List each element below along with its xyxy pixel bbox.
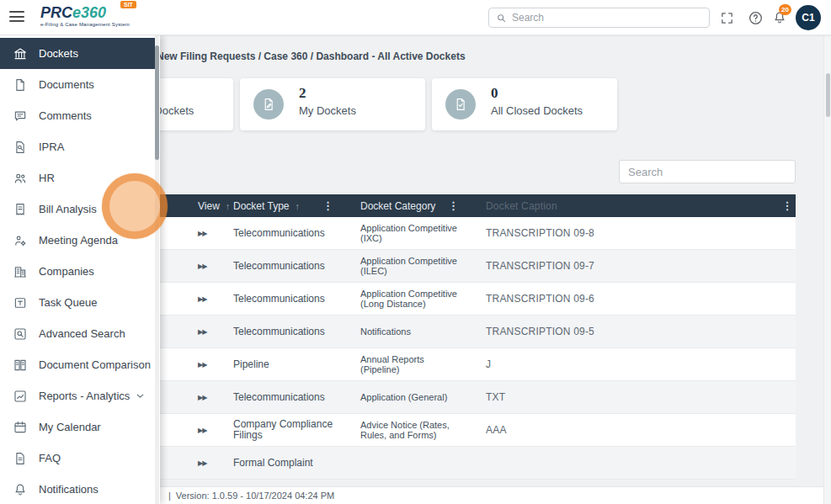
cell-docket-category: Application Competitive (IXC) (360, 223, 486, 244)
header-type-label: Docket Type (233, 200, 289, 212)
card-value: 2 (299, 85, 306, 102)
table-row[interactable]: ▶▶ Company Compliance Filings Advice Not… (48, 414, 796, 447)
card-all-closed-dockets[interactable]: 0 All Closed Dockets (432, 78, 617, 130)
sidebar-item-label: Task Queue (39, 296, 97, 309)
topbar: PRCe360 e-Filing & Case Management Syste… (0, 0, 831, 35)
table-menu-icon[interactable]: ⋮ (782, 199, 793, 212)
card-value: 0 (491, 85, 498, 102)
footer-separator: | (168, 491, 171, 501)
bank-icon (12, 45, 28, 61)
cell-docket-type: Telecommunications (233, 392, 360, 403)
sidebar-item-my-calendar[interactable]: My Calendar (0, 411, 156, 443)
header-view[interactable]: View ↑ (192, 200, 233, 212)
sidebar-item-document-comparison[interactable]: Document Comparison (0, 349, 156, 380)
sidebar-item-bill-analysis[interactable]: Bill Analysis (0, 194, 156, 225)
table-row[interactable]: ▶▶ Formal Complaint (48, 447, 796, 480)
fast-forward-icon[interactable]: ▶▶ (198, 459, 206, 467)
card-label: My Dockets (299, 104, 356, 117)
sidebar-item-label: Companies (39, 265, 94, 278)
sidebar-item-companies[interactable]: Companies (0, 256, 156, 287)
cell-docket-caption: TRANSCRIPTION 09-6 (486, 293, 779, 305)
sidebar-item-hr[interactable]: HR (0, 162, 156, 194)
fast-forward-icon[interactable]: ▶▶ (198, 295, 206, 303)
sidebar-item-label: Dockets (39, 47, 78, 60)
sort-arrow-icon[interactable]: ↑ (226, 201, 231, 211)
faq-document-icon (12, 450, 28, 466)
sidebar-scrollbar-thumb[interactable] (155, 45, 159, 160)
card-my-dockets[interactable]: 2 My Dockets (240, 78, 425, 130)
sidebar-item-advanced-search[interactable]: Advanced Search (0, 318, 156, 349)
building-icon (12, 263, 28, 279)
column-menu-icon[interactable]: ⋮ (448, 199, 462, 212)
cell-docket-type: Formal Complaint (233, 458, 360, 469)
header-category-label: Docket Category (360, 200, 435, 212)
table-search (619, 160, 796, 183)
table-row[interactable]: ▶▶ Pipeline Annual Reports (Pipeline) J (48, 348, 796, 381)
fast-forward-icon[interactable]: ▶▶ (198, 328, 206, 336)
sort-arrow-icon[interactable]: ↑ (295, 201, 300, 211)
bell-icon (12, 481, 28, 497)
table-row[interactable]: ▶▶ Telecommunications Application Compet… (48, 250, 796, 283)
dockets-table: View ↑ Docket Type ↑ ⋮ Docket Category ⋮… (48, 194, 796, 480)
table-row[interactable]: ▶▶ Telecommunications Application Compet… (48, 283, 796, 316)
edit-document-icon (253, 89, 284, 119)
cell-docket-category: Application Competitive (Long Distance) (360, 289, 486, 310)
bell-icon[interactable]: 20 (772, 10, 787, 25)
cell-docket-category: Application Competitive (ILEC) (360, 256, 486, 277)
sidebar-item-reports-analytics[interactable]: Reports - Analytics (0, 380, 156, 411)
file-search-icon (12, 139, 28, 155)
avatar[interactable]: C1 (796, 5, 821, 30)
breadcrumb[interactable]: New Filing Requests / Case 360 / Dashboa… (157, 50, 466, 62)
sidebar-item-comments[interactable]: Comments (0, 100, 156, 131)
fast-forward-icon[interactable]: ▶▶ (198, 427, 206, 434)
analytics-chart-icon (12, 388, 28, 404)
card-label: All Closed Dockets (491, 104, 583, 117)
table-row[interactable]: ▶▶ Telecommunications Application Compet… (48, 217, 796, 250)
help-icon[interactable] (748, 10, 764, 26)
sidebar-item-dockets[interactable]: Dockets (0, 38, 156, 69)
table-row[interactable]: ▶▶ Telecommunications Notifications TRAN… (48, 316, 796, 348)
chevron-down-icon (135, 390, 146, 401)
fast-forward-icon[interactable]: ▶▶ (198, 361, 206, 369)
footer-version: Version: 1.0.59 - 10/17/2024 04:24 PM (176, 491, 334, 501)
fullscreen-icon[interactable] (720, 11, 734, 25)
header-docket-type[interactable]: Docket Type ↑ ⋮ (233, 199, 360, 212)
cell-docket-category: Application (General) (360, 392, 486, 403)
header-docket-caption[interactable]: Docket Caption (486, 200, 779, 212)
header-docket-category[interactable]: Docket Category ⋮ (360, 199, 486, 212)
table-search-input[interactable] (619, 160, 796, 183)
global-search-input[interactable] (512, 12, 702, 24)
sidebar-item-label: FAQ (39, 452, 61, 464)
cell-docket-category: Notifications (360, 326, 486, 337)
fast-forward-icon[interactable]: ▶▶ (198, 263, 206, 270)
sidebar-item-task-queue[interactable]: Task Queue (0, 287, 156, 318)
table-header: View ↑ Docket Type ↑ ⋮ Docket Category ⋮… (48, 194, 796, 217)
fast-forward-icon[interactable]: ▶▶ (198, 394, 206, 401)
sidebar-item-label: Reports - Analytics (39, 390, 130, 402)
cell-docket-type: Telecommunications (233, 294, 360, 305)
sidebar-item-label: Comments (39, 109, 92, 122)
cell-docket-caption: J (486, 358, 779, 370)
fast-forward-icon[interactable]: ▶▶ (198, 230, 206, 237)
page-scrollbar-thumb[interactable] (826, 73, 830, 117)
column-menu-icon[interactable]: ⋮ (322, 199, 337, 212)
notification-badge: 20 (779, 4, 791, 15)
sidebar-item-label: Document Comparison (39, 358, 151, 371)
global-search (488, 8, 710, 28)
cell-docket-caption: TRANSCRIPTION 09-7 (486, 260, 779, 272)
search-icon (496, 13, 507, 24)
sidebar-item-documents[interactable]: Documents (0, 69, 156, 100)
hamburger-menu-button[interactable] (9, 9, 28, 26)
task-queue-icon (12, 294, 28, 310)
header-caption-label: Docket Caption (486, 200, 557, 212)
table-row[interactable]: ▶▶ Telecommunications Application (Gener… (48, 381, 796, 414)
sidebar-item-notifications[interactable]: Notifications (0, 474, 156, 504)
bill-icon (12, 201, 28, 217)
sidebar-item-faq[interactable]: FAQ (0, 443, 156, 474)
calendar-icon (12, 419, 28, 435)
sidebar-item-meeting-agenda[interactable]: Meeting Agenda (0, 225, 156, 256)
app-logo[interactable]: PRCe360 e-Filing & Case Management Syste… (40, 5, 130, 27)
cell-docket-type: Telecommunications (233, 261, 360, 272)
sidebar-item-ipra[interactable]: IPRA (0, 131, 156, 162)
sidebar-item-label: IPRA (39, 141, 64, 153)
